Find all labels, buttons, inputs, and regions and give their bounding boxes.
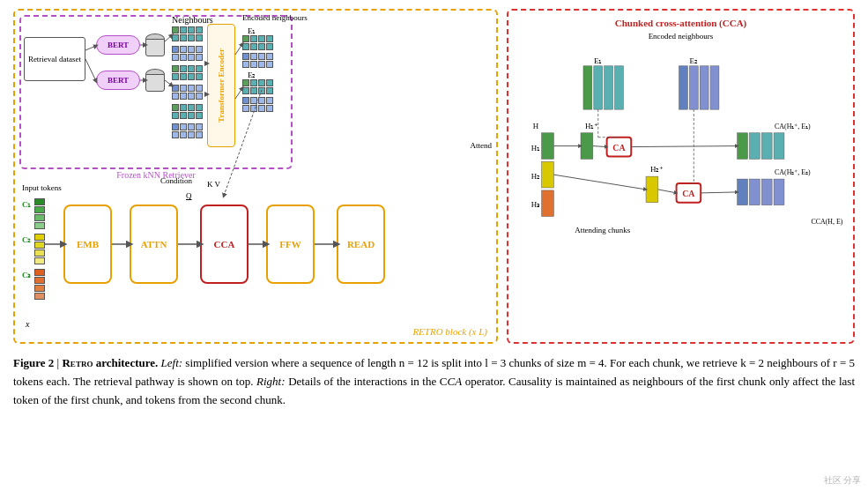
svg-text:CA(H₁⁺, E₁): CA(H₁⁺, E₁) (775, 123, 811, 130)
bert-box-2: BERT (96, 71, 140, 90)
svg-text:H₃: H₃ (531, 200, 540, 209)
svg-rect-18 (594, 66, 603, 109)
caption-cca-label: CA (447, 375, 462, 388)
c3-tokens (34, 269, 45, 300)
neighbour-grid-4 (172, 85, 203, 102)
right-diagram-svg: E₁ E₂ H H₁ H₂ H₃ (516, 44, 846, 326)
svg-line-62 (701, 192, 737, 193)
svg-rect-20 (615, 66, 624, 109)
cca-encoded-label: Encoded neighbours (516, 32, 846, 41)
attend-label: Attend (471, 141, 493, 150)
neighbour-grid-5 (172, 104, 203, 122)
neighbour-grid-6 (172, 123, 203, 141)
e2-label-left: E₂ (248, 71, 256, 79)
e2-encoded-grid (242, 79, 273, 115)
x-label: x (26, 319, 29, 329)
svg-text:H: H (533, 122, 539, 130)
c3-label: C₃ (22, 271, 32, 279)
svg-text:H₁⁺: H₁⁺ (585, 122, 598, 130)
svg-line-58 (658, 190, 677, 193)
c2-label: C₂ (22, 235, 32, 244)
caption-retro-label: Retro (62, 356, 93, 369)
svg-rect-24 (700, 66, 708, 109)
svg-rect-50 (774, 179, 784, 205)
e1-label-left: E₁ (248, 26, 256, 35)
svg-rect-19 (605, 66, 613, 109)
svg-text:H₂: H₂ (531, 172, 540, 181)
cca-title: Chunked cross-attention (CCA) (516, 18, 846, 28)
condition-label: Condition (160, 176, 192, 185)
svg-rect-17 (583, 66, 592, 109)
encoded-neighbours-label: Encoded neighbours (242, 13, 308, 22)
emb-box: EMB (63, 205, 112, 284)
bert-box-1: BERT (96, 35, 140, 55)
neighbour-grid-1 (172, 26, 203, 44)
svg-text:CA(H₂⁺, E₂): CA(H₂⁺, E₂) (775, 168, 811, 176)
svg-rect-27 (542, 133, 554, 160)
svg-text:H₂⁺: H₂⁺ (650, 165, 664, 174)
retro-label: RETRO block (x L) (412, 326, 487, 337)
transformer-encoder-box: Transformer Encoder (207, 24, 235, 147)
c1-tokens (34, 198, 45, 229)
svg-rect-25 (710, 66, 719, 109)
caption-fig-label: Figure 2 (13, 356, 54, 369)
cca-box-left: CCA (200, 205, 249, 284)
neighbour-grid-3 (172, 65, 203, 83)
svg-rect-42 (738, 133, 748, 160)
svg-text:Attending chunks: Attending chunks (575, 226, 630, 234)
svg-rect-35 (581, 133, 593, 160)
caption-right-text: Details of the interactions in the C (286, 375, 448, 388)
svg-line-57 (593, 146, 607, 147)
kv-label: K V (207, 180, 220, 189)
left-diagram: RETRO block (x L) Frozen kNN Retriever R… (13, 9, 498, 344)
caption: Figure 2 | Retro architecture. Left: sim… (13, 354, 855, 409)
watermark: 社区 分享 (824, 474, 862, 487)
svg-text:H₁: H₁ (531, 144, 540, 153)
svg-text:E₁: E₁ (594, 56, 602, 65)
svg-line-61 (631, 146, 737, 147)
neighbours-label: Neighbours (172, 15, 213, 25)
caption-right-label: Right: (256, 375, 286, 388)
c2-tokens (34, 234, 45, 264)
svg-rect-45 (774, 133, 784, 160)
svg-line-60 (553, 175, 646, 190)
read-box: READ (337, 205, 385, 284)
e1-encoded-grid (242, 35, 273, 71)
diagram-area: RETRO block (x L) Frozen kNN Retriever R… (13, 9, 855, 344)
q-label: Q (186, 191, 192, 200)
svg-rect-22 (679, 66, 688, 109)
attn-box: ATTN (130, 205, 178, 284)
svg-rect-28 (542, 161, 554, 188)
svg-rect-47 (738, 179, 748, 205)
svg-rect-23 (689, 66, 698, 109)
retrieval-dataset-box: Retrieval dataset (24, 37, 85, 81)
svg-rect-43 (749, 133, 760, 160)
caption-title-rest: architecture. (93, 356, 158, 369)
c1-label: C₁ (22, 200, 32, 209)
svg-text:E₂: E₂ (690, 56, 698, 65)
svg-rect-48 (749, 179, 760, 205)
input-tokens-label: Input tokens (22, 183, 62, 192)
caption-left-label: Left: (161, 356, 183, 369)
svg-rect-44 (761, 133, 772, 160)
svg-text:CCA(H, E): CCA(H, E) (812, 218, 843, 226)
svg-rect-49 (761, 179, 772, 205)
svg-rect-29 (542, 190, 554, 217)
right-diagram: Chunked cross-attention (CCA) Encoded ne… (507, 9, 855, 344)
neighbour-grid-2 (172, 46, 203, 63)
svg-rect-37 (646, 176, 658, 203)
svg-text:CA: CA (612, 143, 626, 153)
svg-text:CA: CA (682, 189, 695, 198)
ffw-box: FFW (266, 205, 315, 284)
